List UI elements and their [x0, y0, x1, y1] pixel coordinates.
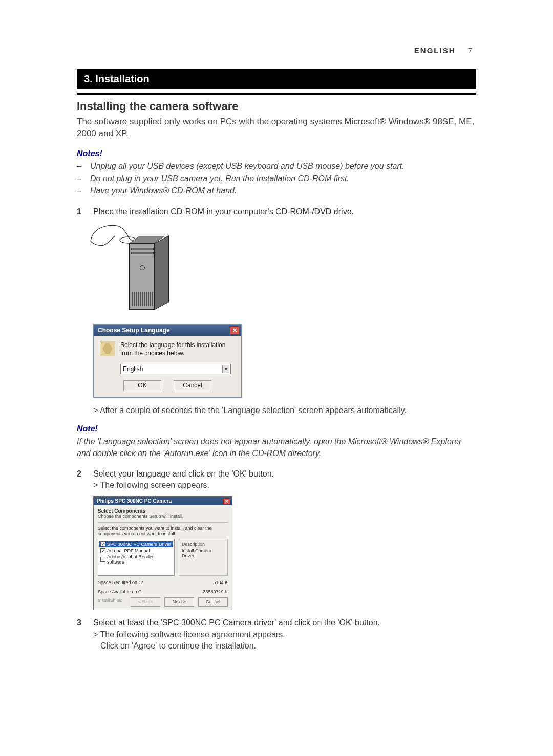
dialog-subtitle: Select Components	[98, 508, 228, 514]
header-language: ENGLISH	[414, 46, 456, 55]
choose-setup-language-dialog: Choose Setup Language ✕ Select the langu…	[93, 324, 242, 397]
cancel-button[interactable]: Cancel	[174, 380, 211, 391]
step-2: 2 Select your language and click on the …	[77, 468, 476, 491]
step-3-result-1: > The following software license agreeme…	[93, 629, 476, 640]
step-3-result-2: Click on 'Agree' to continue the install…	[93, 640, 476, 652]
step-1: 1 Place the installation CD-ROM in your …	[77, 206, 476, 218]
checkbox-icon[interactable]	[100, 557, 105, 562]
notes-list: –Unplug all your USB devices (except USB…	[77, 160, 476, 197]
checkbox-icon[interactable]: ✔	[100, 542, 105, 547]
dialog-subtitle-caption: Choose the components Setup will install…	[98, 514, 228, 519]
close-icon[interactable]: ✕	[223, 498, 230, 504]
note-text: If the 'Language selection' screen does …	[77, 436, 476, 459]
ok-button[interactable]: OK	[123, 380, 161, 391]
dialog-title: Choose Setup Language	[98, 327, 170, 334]
component-item[interactable]: Adobe Acrobat Reader software	[100, 554, 172, 565]
back-button: < Back	[131, 597, 160, 607]
dialog-message: Select the language for this installatio…	[120, 341, 235, 357]
description-text: Install Camera Driver.	[182, 548, 225, 558]
next-button[interactable]: Next >	[164, 597, 194, 607]
note-heading: Note!	[77, 424, 476, 434]
step-number: 3	[77, 618, 93, 628]
step-text: Place the installation CD-ROM in your co…	[93, 206, 476, 218]
step-text: Select your language and click on the 'O…	[93, 468, 476, 480]
step-2-result: > The following screen appears.	[93, 480, 476, 491]
component-item[interactable]: ✔ Acrobat PDF Manual	[100, 548, 172, 553]
notes-heading: Notes!	[77, 149, 476, 158]
dialog-title: Philips SPC 300NC PC Camera	[97, 498, 172, 504]
section-title-bar: 3. Installation	[77, 69, 476, 89]
select-components-dialog: Philips SPC 300NC PC Camera ✕ Select Com…	[93, 496, 232, 611]
component-label: SPC 300NC PC Camera Driver	[107, 542, 171, 547]
step-number: 2	[77, 469, 93, 479]
step-3: 3 Select at least the 'SPC 300NC PC Came…	[77, 617, 476, 652]
space-required-row: Space Required on C: 5184 K	[98, 580, 228, 585]
close-icon[interactable]: ✕	[230, 326, 239, 334]
page-header: ENGLISH 7	[77, 46, 476, 55]
step-1-result: > After a couple of seconds the the 'Lan…	[77, 406, 476, 415]
dialog-instruction: Select the components you want to instal…	[98, 526, 228, 537]
note-item: –Have your Windows® CD-ROM at hand.	[77, 185, 476, 197]
note-item: –Do not plug in your USB camera yet. Run…	[77, 172, 476, 185]
component-item[interactable]: ✔ SPC 300NC PC Camera Driver	[99, 541, 173, 547]
components-list[interactable]: ✔ SPC 300NC PC Camera Driver ✔ Acrobat P…	[98, 539, 175, 576]
language-select[interactable]: English ▼	[120, 364, 231, 374]
description-box: Description Install Camera Driver.	[179, 539, 228, 576]
chevron-down-icon: ▼	[222, 365, 229, 373]
intro-paragraph: The software supplied only works on PCs …	[77, 116, 476, 140]
description-label: Description	[182, 542, 225, 547]
dialog-titlebar: Philips SPC 300NC PC Camera ✕	[94, 497, 232, 505]
step-text: Select at least the 'SPC 300NC PC Camera…	[93, 617, 476, 629]
step-number: 1	[77, 207, 93, 217]
cancel-button[interactable]: Cancel	[198, 597, 228, 607]
note-item: –Unplug all your USB devices (except USB…	[77, 160, 476, 172]
section-rule	[77, 93, 476, 95]
checkbox-icon[interactable]: ✔	[100, 548, 105, 553]
note-block: Note! If the 'Language selection' screen…	[77, 424, 476, 459]
figure-pc-tower: Choose Setup Language ✕ Select the langu…	[93, 223, 476, 397]
component-label: Acrobat PDF Manual	[107, 548, 150, 553]
space-available-row: Space Available on C: 33560719 K	[98, 589, 228, 594]
language-select-value: English	[123, 365, 143, 373]
dialog-titlebar: Choose Setup Language ✕	[94, 325, 241, 336]
header-page-number: 7	[468, 46, 473, 55]
installshield-label: InstallShield	[98, 598, 123, 603]
dialog-divider	[98, 522, 228, 523]
installer-globe-icon	[100, 341, 115, 356]
component-label: Adobe Acrobat Reader software	[107, 554, 172, 565]
section-subheading: Installing the camera software	[77, 100, 476, 113]
